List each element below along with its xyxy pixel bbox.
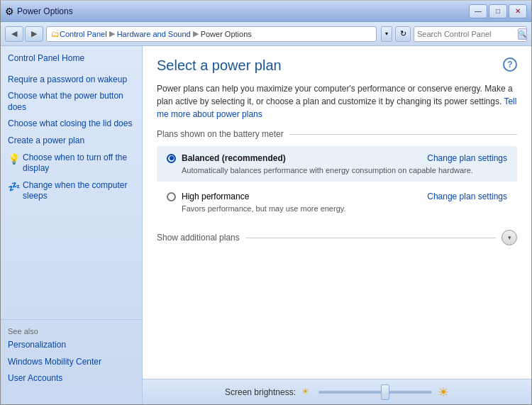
search-bar: 🔍 [414,26,527,42]
expand-additional-button[interactable]: ▾ [501,230,517,245]
back-button[interactable]: ◀ [5,26,23,42]
search-icon-button[interactable]: 🔍 [518,28,527,40]
window-title: Power Options [17,6,73,16]
balanced-plan-item: Balanced (recommended) Change plan setti… [157,146,517,182]
sidebar-item-require-password[interactable]: Require a password on wakeup [8,74,135,86]
brightness-slider-thumb[interactable] [381,384,389,400]
sidebar-item-mobility-center[interactable]: Windows Mobility Center [8,357,135,368]
plans-section: Plans shown on the battery meter Balance… [157,129,517,245]
sidebar-item-personalization[interactable]: Personalization [8,340,135,351]
close-button[interactable]: ✕ [509,4,527,18]
breadcrumb-dropdown[interactable]: ▾ [381,26,392,42]
maximize-button[interactable]: □ [489,4,507,18]
title-bar-buttons: — □ ✕ [469,4,527,18]
sidebar-item-control-panel-home[interactable]: Control Panel Home [8,53,135,65]
additional-separator [245,238,496,238]
see-also-title: See also [8,327,135,335]
content-area: Select a power plan ? Power plans can he… [143,46,531,404]
high-performance-plan-item: High performance Change plan settings Fa… [157,184,517,220]
nav-buttons: ◀ ▶ [5,26,43,42]
high-performance-plan-header: High performance Change plan settings [167,192,507,201]
balanced-plan-header: Balanced (recommended) Change plan setti… [167,153,507,163]
sidebar-item-closing-lid[interactable]: Choose what closing the lid does [8,118,135,130]
address-bar: ◀ ▶ 🗂 Control Panel ▶ Hardware and Sound… [1,22,531,46]
sidebar-nav: Control Panel Home Require a password on… [1,53,142,208]
balanced-change-link[interactable]: Change plan settings [427,153,507,163]
breadcrumb-sep-1: ▶ [109,29,115,38]
page-title: Select a power plan [157,57,282,74]
breadcrumb-hardware[interactable]: Hardware and Sound [117,30,191,38]
help-button[interactable]: ? [503,57,517,72]
sidebar-see-also: See also Personalization Windows Mobilit… [1,319,142,397]
title-bar: ⚙ Power Options — □ ✕ [1,1,531,22]
sidebar-item-turn-off-display[interactable]: Choose when to turn off the display [23,152,135,174]
high-performance-plan-label: High performance [167,192,249,201]
computer-sleeps-icon: 💤 [8,181,20,192]
sidebar: Control Panel Home Require a password on… [1,46,143,404]
sidebar-item-create-plan[interactable]: Create a power plan [8,135,135,147]
sidebar-item-computer-sleeps[interactable]: Change when the computer sleeps [23,180,135,202]
main-area: Control Panel Home Require a password on… [1,46,531,404]
bright-sun-icon: ☀ [438,384,449,400]
minimize-button[interactable]: — [469,4,487,18]
dim-sun-icon: ☀ [301,387,313,398]
breadcrumb-current: Power Options [201,30,252,38]
additional-plans-row: Show additional plans ▾ [157,230,517,245]
breadcrumb-control-panel[interactable]: Control Panel [60,30,107,38]
refresh-button[interactable]: ↻ [395,26,411,42]
brightness-slider-container [318,391,432,394]
balanced-radio[interactable] [167,154,176,163]
main-window: ⚙ Power Options — □ ✕ ◀ ▶ 🗂 Control Pane… [0,0,532,405]
description-text: Power plans can help you maximize your c… [157,82,517,121]
sidebar-item-power-button[interactable]: Choose what the power button does [8,91,135,113]
high-performance-radio[interactable] [167,192,176,201]
folder-icon: 🗂 [51,29,60,39]
breadcrumb-bar: 🗂 Control Panel ▶ Hardware and Sound ▶ P… [46,26,377,42]
window-icon: ⚙ [5,6,14,17]
balanced-plan-desc: Automatically balances performance with … [182,166,507,174]
title-bar-left: ⚙ Power Options [5,6,73,17]
balanced-plan-label: Balanced (recommended) [167,153,286,163]
content-inner: Select a power plan ? Power plans can he… [143,46,531,379]
bottom-bar: Screen brightness: ☀ ☀ [143,379,531,404]
sidebar-item-user-accounts[interactable]: User Accounts [8,373,135,384]
forward-button[interactable]: ▶ [25,26,43,42]
additional-plans-label: Show additional plans [157,233,240,243]
turn-off-display-icon: 💡 [8,153,20,165]
breadcrumb-sep-2: ▶ [193,29,199,38]
brightness-label: Screen brightness: [225,387,296,397]
search-input[interactable] [417,30,515,38]
section-header: Plans shown on the battery meter [157,129,517,139]
high-performance-change-link[interactable]: Change plan settings [427,192,507,201]
brightness-slider-track [318,391,432,394]
high-performance-plan-desc: Favors performance, but may use more ene… [182,204,507,213]
